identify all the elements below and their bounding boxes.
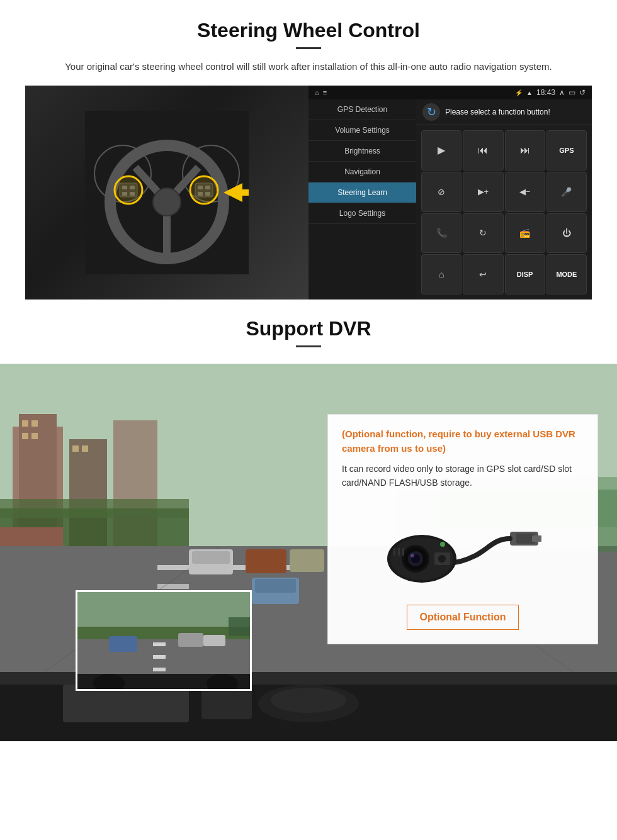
dvr-camera-illustration <box>342 499 584 596</box>
signal-icon: ∧ <box>559 88 565 97</box>
hu-buttons-grid: ▶ ⏮ ⏭ GPS ⊘ ▶+ ◀− 🎤 📞 ↻ 📻 <box>416 125 592 300</box>
power-btn[interactable]: ⏻ <box>546 213 587 254</box>
next-btn[interactable]: ⏭ <box>505 130 545 171</box>
svg-rect-84 <box>393 548 395 556</box>
mute-btn[interactable]: ⊘ <box>421 172 461 212</box>
steering-image-composite: ⌂ ≡ ⚡ ▲ 18:43 ∧ ▭ ↺ G <box>25 86 592 300</box>
svg-rect-64 <box>178 633 203 647</box>
menu-icon: ≡ <box>323 89 327 96</box>
svg-rect-30 <box>22 433 28 439</box>
rotate-btn[interactable]: ↻ <box>463 213 503 254</box>
svg-rect-28 <box>22 420 28 427</box>
svg-rect-73 <box>532 535 541 542</box>
dvr-title: Support DVR <box>0 317 617 340</box>
svg-rect-32 <box>72 445 79 452</box>
svg-point-57 <box>271 688 346 713</box>
svg-rect-61 <box>153 642 166 646</box>
svg-rect-63 <box>153 668 166 671</box>
sync-icon: ↻ <box>422 103 440 121</box>
sidebar-item-logo[interactable]: Logo Settings <box>308 203 416 224</box>
steering-wheel-photo <box>25 86 308 300</box>
hu-prompt-text: Please select a function button! <box>445 108 550 116</box>
svg-point-83 <box>440 542 445 547</box>
svg-point-80 <box>410 554 414 557</box>
svg-rect-35 <box>0 499 189 518</box>
steering-title: Steering Wheel Control <box>25 19 592 42</box>
prev-btn[interactable]: ⏮ <box>463 130 503 171</box>
dvr-preview-thumbnail <box>76 590 252 691</box>
time-display: 18:43 <box>536 88 555 97</box>
back-btn[interactable]: ↩ <box>463 254 503 294</box>
hu-main-content: GPS Detection Volume Settings Brightness… <box>308 99 592 300</box>
mode-btn[interactable]: MODE <box>546 254 587 294</box>
back-icon: ↺ <box>579 88 586 97</box>
svg-rect-46 <box>246 549 286 573</box>
svg-rect-62 <box>153 655 166 659</box>
svg-rect-65 <box>203 635 225 646</box>
dvr-preview-svg <box>77 592 252 691</box>
svg-point-20 <box>115 176 142 204</box>
svg-rect-41 <box>157 584 189 589</box>
phone-btn[interactable]: 📞 <box>421 213 461 254</box>
svg-point-21 <box>190 176 218 204</box>
dvr-info-desc: It can record video only to storage in G… <box>342 462 584 490</box>
dvr-title-divider <box>296 345 321 347</box>
dvr-title-area: Support DVR <box>0 300 617 364</box>
home-btn[interactable]: ⌂ <box>421 254 461 294</box>
status-left-icons: ⌂ ≡ <box>315 89 327 96</box>
sidebar-item-steering-learn[interactable]: Steering Learn <box>308 182 416 203</box>
svg-rect-86 <box>402 548 404 556</box>
svg-rect-55 <box>201 688 252 719</box>
svg-rect-45 <box>192 551 230 564</box>
disp-btn[interactable]: DISP <box>505 254 545 294</box>
steering-description: Your original car's steering wheel contr… <box>38 59 579 74</box>
svg-rect-49 <box>255 579 296 593</box>
svg-rect-33 <box>82 445 88 452</box>
window-icon: ▭ <box>569 88 575 97</box>
radio-btn[interactable]: 📻 <box>505 213 545 254</box>
camera-device-svg <box>375 499 551 593</box>
vol-up-btn[interactable]: ▶+ <box>463 172 503 212</box>
sidebar-item-brightness[interactable]: Brightness <box>308 141 416 162</box>
dvr-info-title: (Optional function, require to buy exter… <box>342 427 584 456</box>
dvr-info-box: (Optional function, require to buy exter… <box>327 414 598 644</box>
steering-wheel-svg <box>85 111 249 274</box>
hu-content-area: ↻ Please select a function button! ▶ ⏮ ⏭… <box>416 99 592 300</box>
head-unit-screen: ⌂ ≡ ⚡ ▲ 18:43 ∧ ▭ ↺ G <box>308 86 592 300</box>
status-bar: ⌂ ≡ ⚡ ▲ 18:43 ∧ ▭ ↺ <box>308 86 592 99</box>
svg-rect-67 <box>229 617 252 636</box>
hu-sidebar: GPS Detection Volume Settings Brightness… <box>308 99 416 300</box>
optional-function-badge: Optional Function <box>407 605 519 630</box>
mic-btn[interactable]: 🎤 <box>546 172 587 212</box>
svg-rect-29 <box>31 420 38 427</box>
dvr-image-area: (Optional function, require to buy exter… <box>0 364 617 741</box>
play-btn[interactable]: ▶ <box>421 130 461 171</box>
sidebar-item-volume[interactable]: Volume Settings <box>308 120 416 141</box>
svg-rect-31 <box>31 433 38 439</box>
svg-rect-85 <box>398 548 400 556</box>
vol-down-btn[interactable]: ◀− <box>505 172 545 212</box>
svg-rect-66 <box>109 636 137 652</box>
sidebar-item-gps-detection[interactable]: GPS Detection <box>308 99 416 120</box>
gps-btn[interactable]: GPS <box>546 130 587 171</box>
svg-point-9 <box>153 188 181 216</box>
status-right-info: ⚡ ▲ 18:43 ∧ ▭ ↺ <box>515 88 586 97</box>
home-icon: ⌂ <box>315 89 319 96</box>
title-divider <box>296 47 321 49</box>
svg-rect-47 <box>290 549 324 572</box>
dvr-section: Support DVR <box>0 300 617 741</box>
sidebar-item-navigation[interactable]: Navigation <box>308 162 416 182</box>
svg-point-82 <box>438 555 446 563</box>
wifi-icon: ▲ <box>526 89 533 96</box>
svg-rect-60 <box>77 627 252 639</box>
optional-function-badge-container: Optional Function <box>342 605 584 630</box>
bluetooth-icon: ⚡ <box>515 89 523 96</box>
steering-section: Steering Wheel Control Your original car… <box>0 0 617 300</box>
svg-rect-38 <box>157 565 189 570</box>
